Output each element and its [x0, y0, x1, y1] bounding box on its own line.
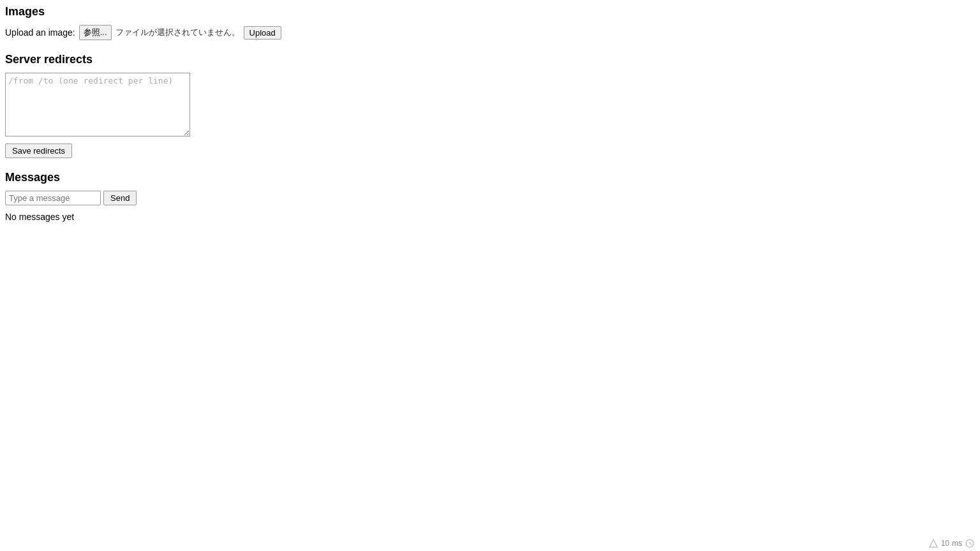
redirects-textarea[interactable]: [5, 73, 190, 136]
redirects-textarea-wrapper: [5, 73, 975, 138]
images-heading: Images: [5, 5, 975, 18]
bottom-bar: 10 ms: [923, 536, 980, 551]
no-messages-text: No messages yet: [5, 212, 975, 222]
upload-button[interactable]: Upload: [244, 26, 281, 40]
ms-value: 10: [941, 539, 949, 548]
ms-label: ms: [952, 539, 962, 548]
performance-icon: [928, 538, 939, 548]
messages-heading: Messages: [5, 171, 975, 184]
message-input[interactable]: [5, 191, 101, 205]
upload-row: Upload an image: 参照... ファイルが選択されていません。 U…: [5, 25, 975, 40]
save-redirects-button[interactable]: Save redirects: [5, 143, 72, 158]
svg-marker-0: [930, 540, 937, 547]
send-button[interactable]: Send: [103, 191, 137, 205]
messages-section: Messages Send No messages yet: [5, 171, 975, 222]
clock-icon: [965, 538, 975, 548]
server-redirects-heading: Server redirects: [5, 53, 975, 66]
server-redirects-section: Server redirects Save redirects: [5, 53, 975, 158]
file-no-selected-text: ファイルが選択されていません。: [115, 27, 240, 38]
file-browse-button[interactable]: 参照...: [79, 25, 112, 40]
svg-line-3: [970, 543, 972, 545]
message-row: Send: [5, 191, 975, 205]
images-section: Images Upload an image: 参照... ファイルが選択されて…: [5, 5, 975, 40]
upload-label: Upload an image:: [5, 27, 75, 38]
